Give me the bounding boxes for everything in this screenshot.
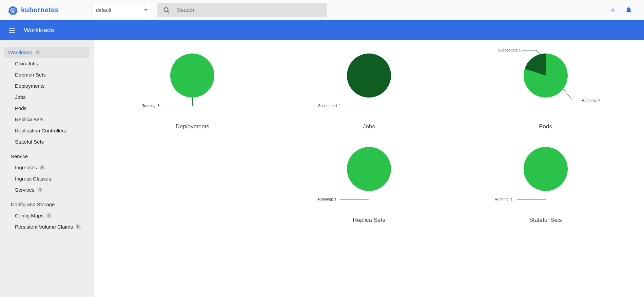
menu-icon[interactable]	[8, 26, 16, 34]
search-container	[157, 3, 327, 17]
badge-n-icon: N	[76, 224, 81, 230]
sidebar-item-replica-sets[interactable]: Replica Sets	[0, 114, 94, 125]
chart-title: Deployments	[176, 123, 209, 130]
chart-title: Pods	[539, 123, 552, 130]
brand[interactable]: kubernetes	[8, 5, 92, 15]
sidebar-item-cron-jobs[interactable]: Cron Jobs	[0, 58, 94, 69]
sidebar: Workloads N Cron JobsDaemon SetsDeployme…	[0, 40, 94, 297]
sidebar-header-config: Config and Storage	[0, 195, 94, 210]
chart-title: Jobs	[363, 123, 375, 130]
pie-wrap: Running: 3	[138, 50, 247, 111]
pie-chart	[524, 54, 568, 98]
sidebar-item-pods[interactable]: Pods	[0, 103, 94, 114]
sidebar-item-label: Cron Jobs	[15, 61, 38, 66]
leader-line	[340, 199, 369, 199]
sidebar-item-label: Deployments	[15, 83, 45, 89]
sidebar-item-label: Persistent Volume Claims	[15, 224, 73, 230]
sidebar-item-label: Services	[15, 187, 35, 193]
search-input[interactable]	[177, 7, 321, 13]
sidebar-item-persistent-volume-claims[interactable]: Persistent Volume ClaimsN	[0, 221, 94, 232]
chart-replica-sets: Running: 3Replica Sets	[284, 144, 454, 224]
chart-label: Running: 3	[141, 104, 159, 108]
leader-line	[369, 191, 369, 199]
top-bar: kubernetes default +	[0, 0, 644, 20]
action-bar: Workloads	[0, 20, 644, 40]
namespace-selected: default	[96, 7, 111, 13]
brand-text: kubernetes	[21, 6, 59, 14]
badge-n-icon: N	[40, 165, 45, 170]
leader-line	[340, 106, 369, 106]
sidebar-item-workloads[interactable]: Workloads N	[4, 47, 90, 58]
svg-point-9	[164, 7, 168, 12]
sidebar-item-label: Ingress Classes	[15, 176, 51, 182]
sidebar-item-ingress-classes[interactable]: Ingress Classes	[0, 173, 94, 184]
notifications-icon[interactable]	[625, 6, 632, 14]
leader-line	[572, 100, 582, 100]
sidebar-item-services[interactable]: ServicesN	[0, 184, 94, 195]
topbar-actions: +	[610, 5, 636, 15]
svg-rect-12	[9, 30, 15, 31]
badge-n-icon: N	[37, 187, 43, 193]
kubernetes-logo-icon	[8, 5, 18, 15]
svg-rect-11	[9, 28, 15, 29]
svg-line-10	[168, 11, 169, 12]
sidebar-item-label: Ingresses	[15, 165, 37, 170]
sidebar-item-label: Replica Sets	[15, 116, 43, 122]
chart-label: Succeeded: 1	[498, 48, 521, 52]
chevron-down-icon	[144, 9, 148, 11]
search-icon	[163, 6, 170, 14]
sidebar-item-deployments[interactable]: Deployments	[0, 80, 94, 91]
create-button[interactable]: +	[610, 5, 616, 15]
pie-wrap: Succeeded: 1Running: 4	[491, 50, 600, 111]
leader-line	[192, 98, 193, 106]
page-title: Workloads	[24, 26, 54, 34]
pie-chart	[347, 54, 391, 98]
pie-chart	[170, 54, 214, 98]
spacer-cell	[108, 144, 277, 224]
sidebar-header-service: Service	[0, 147, 94, 162]
leader-line	[522, 50, 537, 50]
pie-chart	[347, 147, 391, 191]
sidebar-item-label: Daemon Sets	[15, 72, 46, 78]
sidebar-item-daemon-sets[interactable]: Daemon Sets	[0, 69, 94, 80]
chart-label: Succeeded: 1	[318, 104, 341, 108]
chart-stateful-sets: Running: 1Stateful Sets	[461, 144, 630, 224]
sidebar-item-ingresses[interactable]: IngressesN	[0, 162, 94, 173]
pie-wrap: Running: 3	[315, 144, 423, 205]
chart-label: Running: 1	[495, 197, 513, 201]
pie-wrap: Succeeded: 1	[315, 50, 423, 111]
chart-title: Stateful Sets	[529, 217, 562, 224]
chart-pods: Succeeded: 1Running: 4Pods	[461, 50, 630, 130]
sidebar-item-label: Pods	[15, 105, 26, 111]
leader-line	[546, 191, 546, 199]
badge-n-icon: N	[46, 213, 52, 218]
sidebar-item-label: Config Maps	[15, 213, 43, 218]
leader-line	[563, 89, 572, 100]
sidebar-item-replication-controllers[interactable]: Replication Controllers	[0, 125, 94, 136]
chart-deployments: Running: 3Deployments	[108, 50, 277, 130]
chart-jobs: Succeeded: 1Jobs	[284, 50, 454, 130]
sidebar-item-jobs[interactable]: Jobs	[0, 91, 94, 103]
leader-line	[163, 106, 192, 106]
main-content: Running: 3DeploymentsSucceeded: 1JobsSuc…	[94, 40, 644, 297]
sidebar-item-label: Replication Controllers	[15, 128, 66, 133]
pie-chart	[524, 147, 568, 191]
leader-line	[517, 199, 546, 199]
namespace-select[interactable]: default	[92, 3, 152, 17]
pie-wrap: Running: 1	[491, 144, 600, 205]
leader-line	[369, 98, 369, 106]
sidebar-item-label: Jobs	[15, 94, 26, 100]
svg-rect-13	[9, 32, 15, 33]
chart-title: Replica Sets	[353, 217, 385, 224]
sidebar-item-config-maps[interactable]: Config MapsN	[0, 210, 94, 221]
badge-n-icon: N	[35, 50, 40, 55]
chart-label: Running: 3	[318, 197, 336, 201]
sidebar-item-stateful-sets[interactable]: Stateful Sets	[0, 136, 94, 147]
chart-label: Running: 4	[582, 98, 600, 102]
sidebar-item-label: Workloads	[8, 49, 32, 55]
sidebar-item-label: Stateful Sets	[15, 139, 44, 145]
